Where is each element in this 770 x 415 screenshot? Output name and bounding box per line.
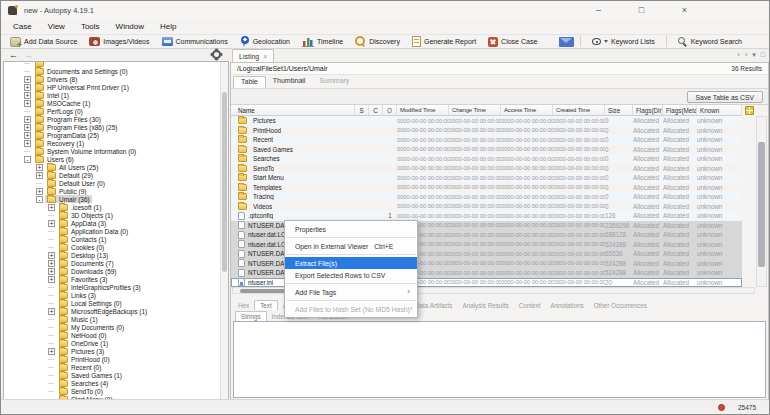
- minimize-button[interactable]: –: [577, 1, 620, 19]
- expand-icon[interactable]: [24, 84, 31, 91]
- tree-item-icesoft-1[interactable]: .icesoft (1): [4, 203, 228, 211]
- tree-item-public-9[interactable]: Public (9): [4, 187, 228, 195]
- view-tab-thumbnail[interactable]: Thumbnail: [266, 76, 313, 88]
- column-header-modified-time[interactable]: Modified Time: [397, 105, 449, 115]
- column-header-o[interactable]: O: [383, 105, 397, 115]
- tree-item-perflogs-0[interactable]: PerfLogs (0): [4, 107, 228, 115]
- tree-item-hp-universal-print-driver-1[interactable]: HP Universal Print Driver (1): [4, 83, 228, 91]
- back-icon[interactable]: ←: [9, 51, 18, 60]
- view-tab-table[interactable]: Table: [233, 76, 266, 88]
- notification-icon[interactable]: [718, 404, 725, 411]
- table-row-templates[interactable]: Templates0000-00-00 00:00:000000-00-00 0…: [231, 183, 742, 193]
- menu-window[interactable]: Window: [108, 22, 152, 31]
- column-header-c[interactable]: C: [369, 105, 383, 115]
- table-vertical-scrollbar[interactable]: [756, 116, 767, 287]
- tree-item-local-settings-0[interactable]: Local Settings (0): [4, 299, 228, 307]
- expand-icon[interactable]: [24, 100, 31, 107]
- menu-case[interactable]: Case: [5, 22, 40, 31]
- collapse-icon[interactable]: [36, 196, 43, 203]
- save-table-csv-button[interactable]: Save Table as CSV: [687, 91, 763, 103]
- messages-icon[interactable]: [559, 37, 574, 47]
- tree-item-intelgraphicsprofiles-3[interactable]: IntelGraphicsProfiles (3): [4, 283, 228, 291]
- expand-icon[interactable]: [36, 172, 43, 179]
- tree-item-contacts-1[interactable]: Contacts (1): [4, 235, 228, 243]
- expand-icon[interactable]: [48, 204, 55, 211]
- expand-icon[interactable]: [24, 124, 31, 131]
- column-header-access-time[interactable]: Access Time: [501, 105, 553, 115]
- tree-item-saved-games-1[interactable]: Saved Games (1): [4, 371, 228, 379]
- expand-icon[interactable]: [48, 220, 55, 227]
- tree-item-recent-0[interactable]: Recent (0): [4, 363, 228, 371]
- keyword-search-button[interactable]: Keyword Search: [673, 36, 747, 48]
- tree-item-documents-7[interactable]: Documents (7): [4, 259, 228, 267]
- expand-icon[interactable]: [48, 348, 55, 355]
- tree-scrollbar-thumb[interactable]: [222, 92, 227, 272]
- table-vertical-scrollbar-thumb[interactable]: [758, 142, 765, 267]
- expand-icon[interactable]: [48, 276, 55, 283]
- geolocation-button[interactable]: Geolocation: [235, 35, 295, 48]
- tree-item-system-volume-information-0[interactable]: System Volume Information (0): [4, 147, 228, 155]
- table-row-printhood[interactable]: PrintHood0000-00-00 00:00:000000-00-00 0…: [231, 126, 742, 136]
- tree-item-pictures-3[interactable]: Pictures (3): [4, 347, 228, 355]
- tab-list-icon[interactable]: ▾: [752, 51, 756, 59]
- menu-item-properties[interactable]: Properties: [285, 223, 417, 235]
- table-row-recent[interactable]: Recent0000-00-00 00:00:000000-00-00 00:0…: [231, 135, 742, 145]
- menu-item-open-in-external-viewer[interactable]: Open in External ViewerCtrl+E: [285, 240, 417, 252]
- tree-item-onedrive-1[interactable]: OneDrive (1): [4, 339, 228, 347]
- tree-item-nethood-0[interactable]: NetHood (0): [4, 331, 228, 339]
- tab-next-icon[interactable]: ›: [745, 51, 747, 59]
- expand-icon[interactable]: [36, 164, 43, 171]
- close-button[interactable]: ×: [663, 1, 706, 19]
- tree-item-favorites-3[interactable]: Favorites (3): [4, 275, 228, 283]
- expand-icon[interactable]: [24, 92, 31, 99]
- maximize-button[interactable]: □: [620, 1, 663, 19]
- gear-icon[interactable]: [212, 50, 221, 59]
- viewer-tab-other-occurrences[interactable]: Other Occurrences: [589, 301, 652, 310]
- tree-item-users-6[interactable]: Users (6): [4, 155, 228, 163]
- tree-item-downloads-59[interactable]: Downloads (59): [4, 267, 228, 275]
- expand-icon[interactable]: [24, 76, 31, 83]
- images-videos-button[interactable]: Images/Videos: [84, 36, 154, 47]
- tree-item-searches-4[interactable]: Searches (4): [4, 379, 228, 387]
- expand-icon[interactable]: [48, 268, 55, 275]
- table-row-tracing[interactable]: Tracing0000-00-00 00:00:000000-00-00 00:…: [231, 192, 742, 202]
- close-case-button[interactable]: Close Case: [483, 36, 542, 48]
- tree-item-printhood-0[interactable]: PrintHood (0): [4, 355, 228, 363]
- tab-prev-icon[interactable]: ‹: [738, 51, 740, 59]
- tree-item-program-files-30[interactable]: Program Files (30): [4, 115, 228, 123]
- tree-item-all-users-25[interactable]: All Users (25): [4, 163, 228, 171]
- viewer-tab-analysis-results[interactable]: Analysis Results: [457, 301, 513, 310]
- tree-item-documents-and-settings-0[interactable]: Documents and Settings (0): [4, 67, 228, 75]
- column-header-s[interactable]: S: [355, 105, 369, 115]
- menu-tools[interactable]: Tools: [73, 22, 108, 31]
- table-row-saved-games[interactable]: Saved Games0000-00-00 00:00:000000-00-00…: [231, 145, 742, 155]
- tree-item-application-data-0[interactable]: Application Data (0): [4, 227, 228, 235]
- table-row-start-menu[interactable]: Start Menu0000-00-00 00:00:000000-00-00 …: [231, 173, 742, 183]
- expand-icon[interactable]: [24, 132, 31, 139]
- viewer-tab-text[interactable]: Text: [254, 300, 278, 310]
- tree-item-desktop-13[interactable]: Desktop (13): [4, 251, 228, 259]
- expand-icon[interactable]: [24, 116, 31, 123]
- tree-item-appdata-3[interactable]: AppData (3): [4, 219, 228, 227]
- tree-item-sendto-0[interactable]: SendTo (0): [4, 387, 228, 395]
- column-header-flags-meta[interactable]: Flags(Meta): [663, 105, 697, 115]
- tree-item-umair-36[interactable]: Umair (36): [4, 195, 228, 203]
- tree-item-msocache-1[interactable]: MSOCache (1): [4, 99, 228, 107]
- communications-button[interactable]: Communications: [157, 36, 233, 47]
- table-row-sendto[interactable]: SendTo0000-00-00 00:00:000000-00-00 00:0…: [231, 164, 742, 174]
- viewer-tab-annotations[interactable]: Annotations: [545, 301, 588, 310]
- forward-icon[interactable]: →: [24, 51, 33, 60]
- column-header-change-time[interactable]: Change Time: [449, 105, 501, 115]
- tree-item-3d-objects-1[interactable]: 3D Objects (1): [4, 211, 228, 219]
- menu-item-extract-file-s[interactable]: Extract File(s): [285, 257, 417, 269]
- close-icon[interactable]: ×: [263, 53, 267, 60]
- column-header-size[interactable]: Size: [605, 105, 633, 115]
- tree-item-music-1[interactable]: Music (1): [4, 315, 228, 323]
- viewer-tab-hex[interactable]: Hex: [233, 301, 254, 310]
- tree-item-intel-1[interactable]: Intel (1): [4, 91, 228, 99]
- tab-maximize-icon[interactable]: □: [761, 51, 765, 59]
- keyword-lists-button[interactable]: Keyword Lists: [587, 37, 660, 46]
- tree-item-programdata-25[interactable]: ProgramData (25): [4, 131, 228, 139]
- viewer-tab-context[interactable]: Context: [514, 301, 546, 310]
- tree-item-program-files-x86-25[interactable]: Program Files (x86) (25): [4, 123, 228, 131]
